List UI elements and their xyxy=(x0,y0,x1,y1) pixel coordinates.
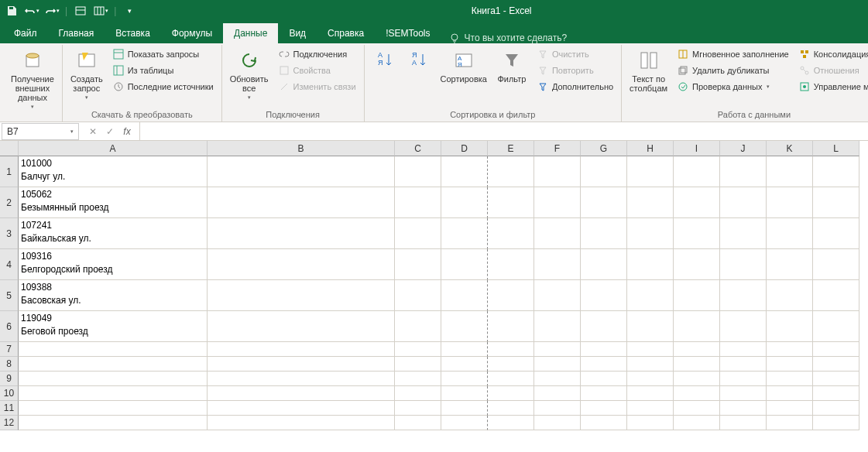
cell[interactable] xyxy=(581,357,627,372)
cell[interactable] xyxy=(488,156,534,187)
cell[interactable] xyxy=(581,311,627,342)
cell[interactable] xyxy=(674,280,720,311)
cell[interactable] xyxy=(767,218,813,249)
cell[interactable] xyxy=(534,187,581,218)
cell[interactable] xyxy=(441,218,488,249)
cell[interactable] xyxy=(534,249,581,280)
cell[interactable] xyxy=(767,386,813,401)
cell[interactable] xyxy=(441,156,488,187)
refresh-all-button[interactable]: Обновить все ▾ xyxy=(227,46,272,108)
cell[interactable] xyxy=(441,249,488,280)
column-header[interactable]: A xyxy=(19,141,208,156)
cell[interactable] xyxy=(488,342,534,357)
cell[interactable] xyxy=(534,372,581,386)
column-header[interactable]: D xyxy=(441,141,488,156)
row-header[interactable]: 8 xyxy=(0,357,19,372)
cell[interactable] xyxy=(488,311,534,342)
cell[interactable] xyxy=(627,386,674,401)
cell[interactable] xyxy=(488,218,534,249)
cell[interactable] xyxy=(441,187,488,218)
cell[interactable] xyxy=(441,386,488,401)
cell[interactable] xyxy=(674,311,720,342)
row-header[interactable]: 6 xyxy=(0,311,19,342)
cell[interactable] xyxy=(720,249,767,280)
cell[interactable] xyxy=(720,280,767,311)
cell[interactable] xyxy=(19,372,208,386)
cell[interactable] xyxy=(395,249,441,280)
cell[interactable] xyxy=(767,401,813,416)
cell[interactable] xyxy=(767,357,813,372)
cell[interactable] xyxy=(395,401,441,416)
manage-data-model-button[interactable]: Управление мод xyxy=(795,79,868,94)
cell[interactable] xyxy=(674,156,720,187)
cell[interactable] xyxy=(581,386,627,401)
cell[interactable] xyxy=(19,416,208,430)
cell[interactable] xyxy=(627,357,674,372)
cell[interactable] xyxy=(395,372,441,386)
cell[interactable] xyxy=(534,342,581,357)
cell[interactable] xyxy=(441,311,488,342)
row-header[interactable]: 10 xyxy=(0,386,19,401)
advanced-filter-button[interactable]: Дополнительно xyxy=(533,79,616,94)
tab-view[interactable]: Вид xyxy=(278,23,317,43)
cell[interactable] xyxy=(767,416,813,430)
cell[interactable] xyxy=(441,280,488,311)
row-header[interactable]: 12 xyxy=(0,416,19,430)
redo-icon[interactable]: ▾ xyxy=(43,2,60,19)
cell[interactable] xyxy=(534,416,581,430)
cell[interactable] xyxy=(395,342,441,357)
cell[interactable] xyxy=(395,187,441,218)
cell[interactable] xyxy=(441,357,488,372)
cell[interactable] xyxy=(767,156,813,187)
row-header[interactable]: 11 xyxy=(0,401,19,416)
cell[interactable] xyxy=(767,249,813,280)
cell[interactable] xyxy=(534,401,581,416)
cell[interactable] xyxy=(534,218,581,249)
cell[interactable] xyxy=(581,401,627,416)
row-header[interactable]: 5 xyxy=(0,280,19,311)
sort-za-button[interactable]: ЯА xyxy=(403,46,434,108)
cell[interactable] xyxy=(720,416,767,430)
cell[interactable] xyxy=(534,156,581,187)
get-external-data-button[interactable]: Получение внешних данных ▾ xyxy=(8,46,57,118)
cell[interactable] xyxy=(813,187,859,218)
data-validation-button[interactable]: Проверка данных▾ xyxy=(674,79,792,94)
cell[interactable] xyxy=(208,357,395,372)
flash-fill-button[interactable]: Мгновенное заполнение xyxy=(674,46,792,62)
fx-icon[interactable]: fx xyxy=(119,124,135,139)
qat-custom2-icon[interactable]: ▾ xyxy=(92,2,109,19)
cell[interactable] xyxy=(581,156,627,187)
row-header[interactable]: 4 xyxy=(0,249,19,280)
cell[interactable] xyxy=(441,372,488,386)
connections-button[interactable]: Подключения xyxy=(275,46,359,62)
new-query-button[interactable]: Создать запрос ▾ xyxy=(67,46,106,108)
cell[interactable] xyxy=(720,218,767,249)
cell[interactable] xyxy=(674,372,720,386)
cell[interactable]: 101000Балчуг ул. xyxy=(19,156,208,187)
cell[interactable] xyxy=(813,311,859,342)
cell[interactable] xyxy=(395,416,441,430)
cell[interactable] xyxy=(813,342,859,357)
cell[interactable] xyxy=(674,249,720,280)
cell[interactable] xyxy=(441,401,488,416)
cell[interactable] xyxy=(720,342,767,357)
cell[interactable] xyxy=(395,311,441,342)
cell[interactable] xyxy=(767,342,813,357)
cell[interactable] xyxy=(813,386,859,401)
row-header[interactable]: 7 xyxy=(0,342,19,357)
column-header[interactable]: L xyxy=(813,141,859,156)
row-header[interactable]: 2 xyxy=(0,187,19,218)
select-all-corner[interactable] xyxy=(0,141,19,156)
cell[interactable] xyxy=(208,416,395,430)
cell[interactable] xyxy=(813,401,859,416)
cell[interactable] xyxy=(534,357,581,372)
name-box[interactable]: B7▾ xyxy=(2,123,79,140)
cell[interactable] xyxy=(674,401,720,416)
cell[interactable] xyxy=(813,249,859,280)
cell[interactable] xyxy=(813,280,859,311)
cell[interactable] xyxy=(395,386,441,401)
cell[interactable] xyxy=(19,357,208,372)
tab-semtools[interactable]: !SEMTools xyxy=(375,23,441,43)
cell[interactable] xyxy=(720,311,767,342)
cell[interactable] xyxy=(441,342,488,357)
